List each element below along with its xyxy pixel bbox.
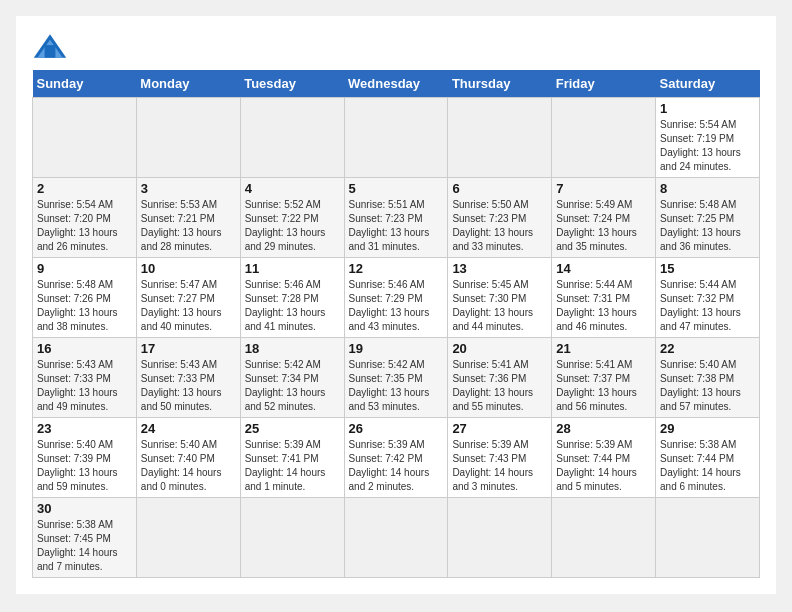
calendar-cell: 17Sunrise: 5:43 AMSunset: 7:33 PMDayligh… xyxy=(136,338,240,418)
day-info: Sunrise: 5:41 AMSunset: 7:37 PMDaylight:… xyxy=(556,358,651,414)
calendar-cell xyxy=(240,98,344,178)
day-header: Wednesday xyxy=(344,70,448,98)
day-info: Sunrise: 5:50 AMSunset: 7:23 PMDaylight:… xyxy=(452,198,547,254)
day-number: 16 xyxy=(37,341,132,356)
calendar-cell: 26Sunrise: 5:39 AMSunset: 7:42 PMDayligh… xyxy=(344,418,448,498)
day-number: 18 xyxy=(245,341,340,356)
day-info: Sunrise: 5:45 AMSunset: 7:30 PMDaylight:… xyxy=(452,278,547,334)
calendar-cell: 2Sunrise: 5:54 AMSunset: 7:20 PMDaylight… xyxy=(33,178,137,258)
calendar-week: 2Sunrise: 5:54 AMSunset: 7:20 PMDaylight… xyxy=(33,178,760,258)
day-info: Sunrise: 5:40 AMSunset: 7:40 PMDaylight:… xyxy=(141,438,236,494)
calendar-cell xyxy=(344,98,448,178)
day-number: 6 xyxy=(452,181,547,196)
calendar-week: 9Sunrise: 5:48 AMSunset: 7:26 PMDaylight… xyxy=(33,258,760,338)
day-number: 10 xyxy=(141,261,236,276)
day-info: Sunrise: 5:39 AMSunset: 7:42 PMDaylight:… xyxy=(349,438,444,494)
day-number: 3 xyxy=(141,181,236,196)
header-row: SundayMondayTuesdayWednesdayThursdayFrid… xyxy=(33,70,760,98)
calendar-cell xyxy=(240,498,344,578)
day-info: Sunrise: 5:46 AMSunset: 7:29 PMDaylight:… xyxy=(349,278,444,334)
calendar-cell: 14Sunrise: 5:44 AMSunset: 7:31 PMDayligh… xyxy=(552,258,656,338)
day-number: 20 xyxy=(452,341,547,356)
day-info: Sunrise: 5:48 AMSunset: 7:25 PMDaylight:… xyxy=(660,198,755,254)
day-number: 26 xyxy=(349,421,444,436)
day-number: 29 xyxy=(660,421,755,436)
calendar-cell: 7Sunrise: 5:49 AMSunset: 7:24 PMDaylight… xyxy=(552,178,656,258)
day-number: 13 xyxy=(452,261,547,276)
calendar-week: 23Sunrise: 5:40 AMSunset: 7:39 PMDayligh… xyxy=(33,418,760,498)
page: SundayMondayTuesdayWednesdayThursdayFrid… xyxy=(16,16,776,594)
calendar-cell: 8Sunrise: 5:48 AMSunset: 7:25 PMDaylight… xyxy=(656,178,760,258)
calendar-cell: 12Sunrise: 5:46 AMSunset: 7:29 PMDayligh… xyxy=(344,258,448,338)
calendar-cell xyxy=(136,98,240,178)
calendar-cell xyxy=(552,98,656,178)
day-info: Sunrise: 5:42 AMSunset: 7:35 PMDaylight:… xyxy=(349,358,444,414)
calendar-cell xyxy=(448,498,552,578)
day-number: 17 xyxy=(141,341,236,356)
day-info: Sunrise: 5:40 AMSunset: 7:38 PMDaylight:… xyxy=(660,358,755,414)
day-info: Sunrise: 5:44 AMSunset: 7:31 PMDaylight:… xyxy=(556,278,651,334)
day-info: Sunrise: 5:38 AMSunset: 7:45 PMDaylight:… xyxy=(37,518,132,574)
calendar-cell: 22Sunrise: 5:40 AMSunset: 7:38 PMDayligh… xyxy=(656,338,760,418)
calendar-cell: 18Sunrise: 5:42 AMSunset: 7:34 PMDayligh… xyxy=(240,338,344,418)
day-number: 8 xyxy=(660,181,755,196)
day-info: Sunrise: 5:43 AMSunset: 7:33 PMDaylight:… xyxy=(141,358,236,414)
calendar-cell: 13Sunrise: 5:45 AMSunset: 7:30 PMDayligh… xyxy=(448,258,552,338)
calendar-cell: 10Sunrise: 5:47 AMSunset: 7:27 PMDayligh… xyxy=(136,258,240,338)
calendar-cell xyxy=(33,98,137,178)
day-number: 4 xyxy=(245,181,340,196)
calendar-cell: 15Sunrise: 5:44 AMSunset: 7:32 PMDayligh… xyxy=(656,258,760,338)
day-info: Sunrise: 5:54 AMSunset: 7:20 PMDaylight:… xyxy=(37,198,132,254)
calendar-cell: 21Sunrise: 5:41 AMSunset: 7:37 PMDayligh… xyxy=(552,338,656,418)
day-number: 25 xyxy=(245,421,340,436)
day-header: Thursday xyxy=(448,70,552,98)
day-number: 30 xyxy=(37,501,132,516)
calendar-week: 16Sunrise: 5:43 AMSunset: 7:33 PMDayligh… xyxy=(33,338,760,418)
calendar-cell: 20Sunrise: 5:41 AMSunset: 7:36 PMDayligh… xyxy=(448,338,552,418)
day-info: Sunrise: 5:38 AMSunset: 7:44 PMDaylight:… xyxy=(660,438,755,494)
calendar-cell xyxy=(344,498,448,578)
calendar-cell: 6Sunrise: 5:50 AMSunset: 7:23 PMDaylight… xyxy=(448,178,552,258)
day-info: Sunrise: 5:43 AMSunset: 7:33 PMDaylight:… xyxy=(37,358,132,414)
day-info: Sunrise: 5:44 AMSunset: 7:32 PMDaylight:… xyxy=(660,278,755,334)
day-number: 28 xyxy=(556,421,651,436)
calendar-cell xyxy=(136,498,240,578)
calendar-cell: 23Sunrise: 5:40 AMSunset: 7:39 PMDayligh… xyxy=(33,418,137,498)
day-number: 1 xyxy=(660,101,755,116)
logo xyxy=(32,32,72,60)
day-number: 12 xyxy=(349,261,444,276)
day-number: 11 xyxy=(245,261,340,276)
svg-rect-2 xyxy=(45,45,56,58)
day-info: Sunrise: 5:48 AMSunset: 7:26 PMDaylight:… xyxy=(37,278,132,334)
calendar-cell: 28Sunrise: 5:39 AMSunset: 7:44 PMDayligh… xyxy=(552,418,656,498)
day-number: 2 xyxy=(37,181,132,196)
day-info: Sunrise: 5:54 AMSunset: 7:19 PMDaylight:… xyxy=(660,118,755,174)
calendar-cell: 19Sunrise: 5:42 AMSunset: 7:35 PMDayligh… xyxy=(344,338,448,418)
day-info: Sunrise: 5:42 AMSunset: 7:34 PMDaylight:… xyxy=(245,358,340,414)
day-number: 27 xyxy=(452,421,547,436)
day-header: Monday xyxy=(136,70,240,98)
calendar-cell: 1Sunrise: 5:54 AMSunset: 7:19 PMDaylight… xyxy=(656,98,760,178)
calendar-week: 1Sunrise: 5:54 AMSunset: 7:19 PMDaylight… xyxy=(33,98,760,178)
day-number: 23 xyxy=(37,421,132,436)
day-info: Sunrise: 5:40 AMSunset: 7:39 PMDaylight:… xyxy=(37,438,132,494)
day-info: Sunrise: 5:39 AMSunset: 7:43 PMDaylight:… xyxy=(452,438,547,494)
day-number: 19 xyxy=(349,341,444,356)
calendar-cell: 5Sunrise: 5:51 AMSunset: 7:23 PMDaylight… xyxy=(344,178,448,258)
day-header: Tuesday xyxy=(240,70,344,98)
day-number: 22 xyxy=(660,341,755,356)
calendar-cell: 3Sunrise: 5:53 AMSunset: 7:21 PMDaylight… xyxy=(136,178,240,258)
calendar-cell: 29Sunrise: 5:38 AMSunset: 7:44 PMDayligh… xyxy=(656,418,760,498)
day-number: 7 xyxy=(556,181,651,196)
day-header: Sunday xyxy=(33,70,137,98)
day-number: 15 xyxy=(660,261,755,276)
calendar-cell: 4Sunrise: 5:52 AMSunset: 7:22 PMDaylight… xyxy=(240,178,344,258)
day-number: 21 xyxy=(556,341,651,356)
calendar-cell: 9Sunrise: 5:48 AMSunset: 7:26 PMDaylight… xyxy=(33,258,137,338)
day-info: Sunrise: 5:41 AMSunset: 7:36 PMDaylight:… xyxy=(452,358,547,414)
day-info: Sunrise: 5:51 AMSunset: 7:23 PMDaylight:… xyxy=(349,198,444,254)
header xyxy=(32,32,760,60)
calendar-week: 30Sunrise: 5:38 AMSunset: 7:45 PMDayligh… xyxy=(33,498,760,578)
calendar-cell xyxy=(448,98,552,178)
day-info: Sunrise: 5:52 AMSunset: 7:22 PMDaylight:… xyxy=(245,198,340,254)
